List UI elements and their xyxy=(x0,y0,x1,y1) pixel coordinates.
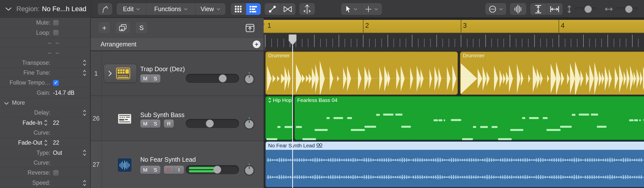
vertical-zoom-thumb[interactable] xyxy=(584,5,592,13)
horizontal-auto-zoom-button[interactable] xyxy=(546,3,563,15)
waveform-zoom-button[interactable] xyxy=(510,3,526,15)
fade-out-value[interactable]: 22 xyxy=(53,139,59,146)
waveform-mark xyxy=(415,158,416,162)
list-view-button-selected[interactable] xyxy=(246,3,261,15)
menu-functions[interactable]: Functions xyxy=(146,3,195,15)
inspector-row-loop[interactable]: Loop: xyxy=(0,28,90,38)
add-track-button[interactable]: + xyxy=(98,22,110,33)
grid-view-button[interactable] xyxy=(231,3,246,15)
delay-stepper[interactable] xyxy=(82,109,87,117)
empty-value-dashes: – – xyxy=(48,39,60,46)
record-enable-button[interactable]: R xyxy=(164,120,174,128)
pan-knob[interactable] xyxy=(244,164,255,176)
speed-stepper[interactable] xyxy=(82,180,87,188)
catch-up-arrow-button[interactable] xyxy=(98,3,112,15)
beat-ruler[interactable] xyxy=(264,33,644,51)
fade-in-value[interactable]: 22 xyxy=(53,120,59,126)
solo-button[interactable]: S xyxy=(136,22,147,33)
track-header-trap-door[interactable]: 1 Trap Door (Dez) M S xyxy=(90,51,264,95)
input-monitor-button[interactable]: I xyxy=(174,166,184,174)
vertical-zoom-control xyxy=(566,3,597,15)
waveform-mark xyxy=(627,158,628,162)
menu-edit[interactable]: Edit xyxy=(117,3,146,15)
solo-button[interactable]: S xyxy=(150,120,160,128)
playhead-line[interactable] xyxy=(292,42,293,188)
inspector-row-[interactable]: – – xyxy=(0,48,90,58)
left-click-tool-menu[interactable] xyxy=(341,3,362,15)
volume-thumb[interactable] xyxy=(206,120,214,128)
transpose-stepper[interactable] xyxy=(82,59,87,67)
region-drummer-1[interactable]: Drummer xyxy=(265,51,458,95)
region-drummer-2[interactable]: Drummer xyxy=(460,51,644,95)
duplicate-track-button[interactable] xyxy=(116,22,130,33)
inspector-row-follow-tempo[interactable]: Follow Tempo…✓ xyxy=(0,78,90,88)
region-hip-hop-bass[interactable]: Hip Hop xyxy=(265,96,293,140)
inspector-row-type[interactable]: Type:Out xyxy=(0,148,90,158)
more-circle-icon xyxy=(488,5,496,13)
fade-out-stepper[interactable] xyxy=(44,139,48,147)
volume-thumb[interactable] xyxy=(219,74,227,82)
track-header-sub-synth-bass[interactable]: 26 Sub Synth Bass M S R xyxy=(90,95,264,141)
pan-knob[interactable] xyxy=(244,117,255,130)
volume-thumb[interactable] xyxy=(213,166,221,174)
record-enable-button[interactable]: R xyxy=(164,166,174,174)
inspector-row-[interactable]: – – xyxy=(0,38,90,48)
arrangement-track-row[interactable]: Arrangement + xyxy=(90,38,264,51)
vertical-zoom-slider[interactable] xyxy=(575,8,597,10)
solo-button[interactable]: S xyxy=(150,166,160,174)
reverse-checkbox[interactable] xyxy=(53,170,59,176)
track-disclosure-button[interactable] xyxy=(104,64,137,83)
region-fearless-bass-04[interactable]: Fearless Bass 04 xyxy=(294,96,644,140)
more-options-menu[interactable] xyxy=(485,3,506,15)
waveform-mark xyxy=(337,159,338,162)
menu-view[interactable]: View xyxy=(196,3,226,15)
chevron-down-icon[interactable] xyxy=(4,101,9,106)
inspector-row-more[interactable]: More xyxy=(0,98,90,108)
waveform-mark xyxy=(451,175,452,179)
inspector-row-fine-tune[interactable]: Fine Tune: xyxy=(0,68,90,78)
fade-in-stepper[interactable] xyxy=(44,119,48,127)
inspector-row-speed[interactable]: Speed: xyxy=(0,178,90,188)
crossfade-button[interactable] xyxy=(280,3,296,15)
inspector-row-delay[interactable]: Delay: xyxy=(0,108,90,118)
pan-knob[interactable] xyxy=(244,72,255,85)
mute-checkbox[interactable] xyxy=(53,20,59,26)
inspector-row-curve[interactable]: Curve: xyxy=(0,128,90,138)
add-arrangement-marker-button[interactable]: + xyxy=(253,40,260,48)
waveform-mark xyxy=(605,159,606,162)
fine-tune-stepper[interactable] xyxy=(82,69,87,77)
gain-value[interactable]: -14.7 dB xyxy=(53,90,74,96)
library-open-button[interactable] xyxy=(244,22,256,33)
inspector-row-gain[interactable]: Gain:-14.7 dB xyxy=(0,88,90,98)
mute-button[interactable]: M xyxy=(140,74,150,83)
inspector-row-mute[interactable]: Mute: xyxy=(0,18,90,28)
inspector-row-transpose[interactable]: Transpose: xyxy=(0,58,90,68)
follow-tempo-checkbox[interactable]: ✓ xyxy=(53,80,59,86)
track-header-no-fear-synth-lead[interactable]: 27 No Fear Synth Lead M S R I xyxy=(90,141,264,188)
split-button[interactable] xyxy=(300,3,315,15)
automation-button[interactable] xyxy=(265,3,280,15)
command-click-tool-menu[interactable] xyxy=(362,3,382,15)
region-inspector-header[interactable]: Region: No Fe...h Lead xyxy=(0,0,90,18)
type-value[interactable]: Out xyxy=(53,150,62,156)
inspector-row-fade-in[interactable]: Fade-In22 xyxy=(0,118,90,128)
volume-slider[interactable] xyxy=(186,74,239,83)
mute-button[interactable]: M xyxy=(140,166,150,174)
waveform-mark xyxy=(473,159,474,162)
solo-button[interactable]: S xyxy=(150,74,160,83)
horizontal-zoom-thumb[interactable] xyxy=(625,5,632,13)
mute-button[interactable]: M xyxy=(140,120,150,128)
loop-checkbox[interactable] xyxy=(53,30,59,36)
region-no-fear-synth-lead[interactable]: No Fear Synth Lead xyxy=(265,141,644,188)
inspector-row-curve[interactable]: Curve: xyxy=(0,158,90,168)
playhead-handle[interactable] xyxy=(288,34,297,47)
volume-slider[interactable] xyxy=(186,165,239,174)
waveform-mark xyxy=(482,176,483,178)
bar-ruler[interactable]: 1234 xyxy=(264,20,644,33)
inspector-row-reverse[interactable]: Reverse: xyxy=(0,168,90,178)
vertical-auto-zoom-button[interactable] xyxy=(530,3,546,15)
type-stepper[interactable] xyxy=(82,149,87,157)
inspector-row-fade-out[interactable]: Fade-Out22 xyxy=(0,138,90,148)
horizontal-zoom-slider[interactable] xyxy=(616,8,638,10)
volume-slider[interactable] xyxy=(186,119,239,128)
